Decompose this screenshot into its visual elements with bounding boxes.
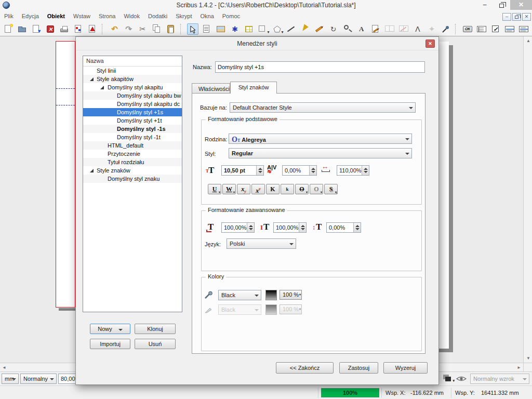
- link-text-frames-icon[interactable]: [384, 23, 395, 35]
- insert-render-frame-icon[interactable]: ✱: [229, 23, 241, 35]
- subscript-effect-button[interactable]: xy: [237, 184, 250, 194]
- expanded-arrow-icon[interactable]: [90, 77, 94, 81]
- export-pdf-icon[interactable]: [87, 23, 98, 35]
- stroke-color-select[interactable]: Black: [218, 304, 261, 315]
- menu-skrypt[interactable]: Skrypt: [171, 11, 196, 19]
- tree-item[interactable]: Domyślny styl -1t: [83, 133, 182, 141]
- copy-item-properties-icon[interactable]: ✦: [426, 23, 437, 35]
- pdf-check-box-icon[interactable]: ✓: [490, 23, 501, 35]
- close-document-icon[interactable]: ✕: [45, 23, 56, 35]
- tree-item-selected[interactable]: Domyślny styl +1s: [83, 108, 182, 116]
- story-editor-icon[interactable]: [370, 23, 381, 35]
- insert-table-icon[interactable]: [243, 23, 255, 35]
- document-restore-button[interactable]: [512, 13, 521, 21]
- menu-strona[interactable]: Strona: [95, 11, 119, 19]
- stroke-shade-button[interactable]: 100 %▾: [280, 304, 302, 314]
- strikethrough-effect-button[interactable]: O▾: [295, 184, 309, 194]
- open-document-icon[interactable]: [17, 23, 28, 35]
- scroll-down-icon[interactable]: ▼: [526, 356, 530, 361]
- insert-polygon-icon[interactable]: ▾: [271, 23, 283, 35]
- v-scale-spinner[interactable]: 100,00%: [273, 222, 307, 233]
- measurements-icon[interactable]: Λ: [412, 23, 423, 35]
- unit-select[interactable]: mm: [2, 374, 19, 384]
- select-item-tool-icon[interactable]: [187, 23, 198, 35]
- document-page-with-selected-frame[interactable]: [56, 41, 75, 308]
- tree-item[interactable]: HTML_default: [83, 141, 182, 150]
- rotate-item-icon[interactable]: ↻: [328, 23, 339, 35]
- menu-obiekt[interactable]: Obiekt: [43, 11, 69, 19]
- underline-effect-button[interactable]: U▾: [208, 184, 221, 194]
- insert-text-frame-icon[interactable]: [201, 23, 212, 35]
- spinner-arrows[interactable]: [247, 223, 254, 232]
- tree-item[interactable]: Styl linii: [83, 66, 182, 75]
- h-scale-spinner[interactable]: 100,00%: [221, 222, 255, 233]
- underline-words-effect-button[interactable]: W▾: [222, 184, 236, 194]
- window-close-button[interactable]: ✕: [510, 0, 532, 10]
- insert-image-frame-icon[interactable]: [215, 23, 227, 35]
- expanded-arrow-icon[interactable]: [100, 86, 104, 89]
- insert-bezier-curve-icon[interactable]: [299, 23, 311, 35]
- dropdown-arrow-icon[interactable]: [118, 329, 123, 331]
- fill-color-select[interactable]: Black: [218, 290, 261, 300]
- window-minimize-button[interactable]: –: [477, 0, 493, 10]
- layer-indicator-icon[interactable]: ▾: [443, 375, 453, 382]
- small-caps-effect-button[interactable]: k: [281, 184, 294, 194]
- fill-shade-button[interactable]: 100 %▾: [280, 290, 302, 300]
- undo-icon[interactable]: ↶: [109, 23, 121, 35]
- cut-icon[interactable]: ✂: [137, 23, 149, 35]
- document-close-button[interactable]: ✕: [522, 13, 531, 21]
- save-document-icon[interactable]: ▼: [31, 23, 42, 35]
- insert-line-icon[interactable]: [285, 23, 297, 35]
- spinner-arrows[interactable]: [353, 223, 361, 232]
- eye-icon[interactable]: [456, 375, 467, 382]
- menu-pomoc[interactable]: Pomoc: [218, 11, 244, 19]
- spinner-arrows[interactable]: [256, 166, 263, 175]
- menu-widok[interactable]: Widok: [119, 11, 144, 19]
- styles-tree[interactable]: Nazwa Styl linii Style akapitów Domyślny…: [83, 56, 182, 312]
- spinner-arrows[interactable]: [299, 223, 306, 232]
- delete-style-button[interactable]: Usuń: [135, 339, 176, 349]
- copy-icon[interactable]: [151, 23, 163, 35]
- menu-plik[interactable]: Plik: [0, 11, 18, 19]
- tab-properties[interactable]: Właściwości: [192, 83, 230, 94]
- insert-freehand-line-icon[interactable]: [313, 23, 325, 35]
- insert-shape-icon[interactable]: ▾: [257, 23, 269, 35]
- print-document-icon[interactable]: [59, 23, 70, 35]
- font-family-select[interactable]: OT Alegreya: [229, 134, 412, 144]
- quality-select[interactable]: Normalny: [20, 374, 57, 384]
- dropdown-arrow-icon[interactable]: ▾: [282, 30, 284, 34]
- menu-okna[interactable]: Okna: [196, 11, 218, 19]
- new-style-button[interactable]: Nowy: [90, 324, 130, 334]
- tree-item[interactable]: Style akapitów: [83, 75, 182, 83]
- window-restore-button[interactable]: [494, 0, 509, 10]
- import-style-button[interactable]: Importuj: [90, 339, 130, 349]
- document-minimize-button[interactable]: –: [502, 13, 511, 21]
- tree-item[interactable]: Przytoczenie: [83, 150, 182, 158]
- scroll-up-icon[interactable]: ▲: [526, 38, 530, 43]
- tree-item[interactable]: Style znaków: [83, 166, 182, 175]
- dropdown-arrow-icon[interactable]: ▾: [268, 30, 270, 34]
- menu-dodatki[interactable]: Dodatki: [144, 11, 171, 19]
- tree-item[interactable]: Domyślny styl znaku: [83, 175, 182, 183]
- redo-icon[interactable]: ↷: [123, 23, 135, 35]
- width-scale-spinner[interactable]: 110,00%: [337, 165, 369, 176]
- spinner-arrows[interactable]: [309, 166, 316, 175]
- spinner-arrows[interactable]: [362, 166, 369, 175]
- paste-icon[interactable]: [165, 23, 177, 35]
- menu-wstaw[interactable]: Wstaw: [69, 11, 95, 19]
- eye-dropper-icon[interactable]: [440, 23, 451, 35]
- pdf-list-box-icon[interactable]: [518, 23, 529, 35]
- edit-contents-icon[interactable]: A: [356, 23, 367, 35]
- expanded-arrow-icon[interactable]: [90, 169, 94, 172]
- tab-character-style[interactable]: Styl znaków: [230, 82, 277, 94]
- preflight-verifier-icon[interactable]: [73, 23, 84, 35]
- tree-item[interactable]: Tytuł rozdziału: [83, 158, 182, 166]
- tree-item[interactable]: Domyślny styl +1t: [83, 116, 182, 125]
- unlink-text-frames-icon[interactable]: [398, 23, 409, 35]
- menu-edycja[interactable]: Edycja: [18, 11, 43, 19]
- new-document-icon[interactable]: [3, 23, 14, 35]
- pdf-text-field-icon[interactable]: [476, 23, 487, 35]
- tree-item[interactable]: Domyślny styl akapitu dc: [83, 100, 182, 108]
- apply-button[interactable]: Zastosuj: [339, 362, 378, 374]
- pdf-push-button-icon[interactable]: OK: [462, 23, 473, 35]
